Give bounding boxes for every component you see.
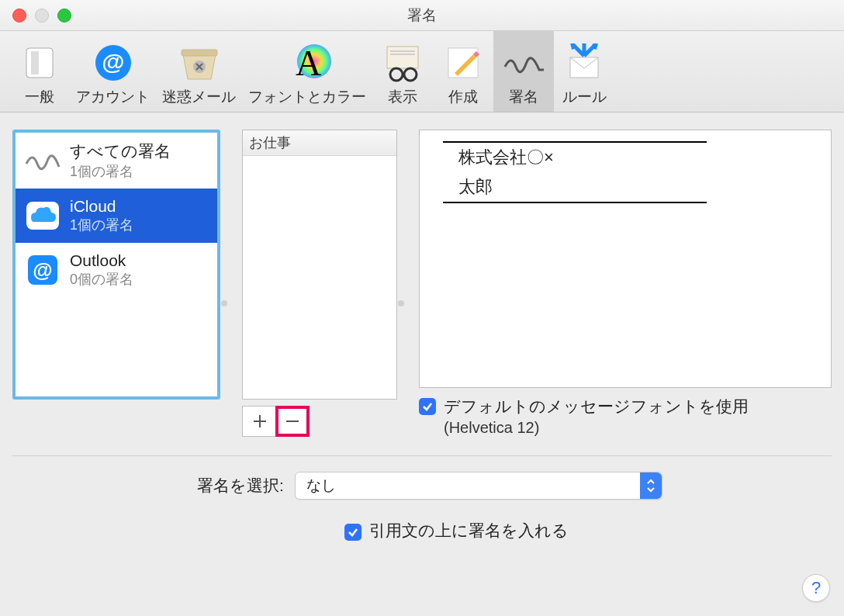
trash-icon [178,40,220,85]
cloud-icon [23,196,62,235]
at-icon: @ [94,40,133,85]
remove-signature-button[interactable] [275,406,310,437]
tab-rules[interactable]: ルール [554,31,614,112]
pencil-icon [444,40,483,85]
tab-label: 表示 [388,87,417,107]
account-icloud[interactable]: iCloud 1個の署名 [16,189,217,243]
accounts-sidebar: すべての署名 1個の署名 iCloud 1個の署名 @ Outlook [12,130,220,400]
divider [443,202,707,203]
tab-signatures[interactable]: 署名 [493,31,554,112]
at-square-icon: @ [23,251,62,289]
tab-composing[interactable]: 作成 [433,31,493,112]
tab-label: 作成 [448,87,478,107]
tab-general[interactable]: 一般 [9,31,70,112]
signature-list[interactable]: お仕事 [242,130,397,400]
plus-icon [252,414,268,429]
select-value: なし [306,476,336,496]
window-title: 署名 [0,5,844,26]
tab-label: 迷惑メール [162,87,236,107]
rules-icon [564,40,604,85]
account-subtitle: 1個の署名 [70,162,171,181]
choose-signature-select[interactable]: なし [295,472,662,500]
glasses-icon [382,40,423,85]
place-above-label: 引用文の上に署名を入れる [369,520,569,542]
tab-junk[interactable]: 迷惑メール [156,31,242,112]
signature-icon [23,141,62,180]
tab-label: ルール [562,87,607,107]
tab-fonts-colors[interactable]: A フォントとカラー [242,31,372,112]
signature-line: 太郎 [443,172,808,202]
account-title: iCloud [70,197,133,216]
account-subtitle: 1個の署名 [70,216,133,234]
minus-icon [285,414,300,429]
select-stepper-icon [640,472,662,499]
check-icon [347,526,359,538]
tab-viewing[interactable]: 表示 [372,31,433,112]
svg-rect-14 [448,48,478,78]
account-title: Outlook [70,251,133,270]
signature-item[interactable]: お仕事 [243,130,396,156]
svg-text:@: @ [33,258,52,282]
content-area: すべての署名 1個の署名 iCloud 1個の署名 @ Outlook [0,112,844,549]
svg-point-12 [404,68,417,81]
help-button[interactable]: ? [802,574,830,602]
place-above-checkbox[interactable] [344,524,361,541]
account-subtitle: 0個の署名 [70,270,133,289]
default-font-label: デフォルトのメッセージフォントを使用 [444,396,749,417]
tab-label: フォントとカラー [248,87,366,107]
svg-text:A: A [296,43,321,83]
tab-label: アカウント [76,87,150,107]
account-outlook[interactable]: @ Outlook 0個の署名 [16,243,217,297]
separator [12,455,832,456]
signature-line: 株式会社〇× [443,143,808,172]
pane-resize-handle[interactable] [223,285,228,316]
signature-editor[interactable]: 株式会社〇× 太郎 [419,130,832,388]
svg-rect-0 [26,48,53,78]
preferences-toolbar: 一般 @ アカウント 迷惑メール A フォントとカラー 表示 作成 [0,31,844,112]
help-icon: ? [811,578,821,598]
default-font-checkbox[interactable] [419,398,436,415]
tab-label: 一般 [25,87,54,107]
font-color-icon: A [280,40,334,85]
tab-accounts[interactable]: @ アカウント [70,31,156,112]
svg-rect-4 [182,50,217,56]
svg-rect-8 [387,47,418,68]
check-icon [421,400,434,413]
add-remove-bar [242,406,397,437]
svg-point-11 [390,68,403,81]
choose-signature-label: 署名を選択: [197,475,284,497]
titlebar: 署名 [0,0,844,31]
default-font-detail: (Helvetica 12) [444,419,749,437]
account-title: すべての署名 [70,140,171,162]
switch-icon [23,40,56,85]
pane-resize-handle[interactable] [400,285,405,316]
account-all-signatures[interactable]: すべての署名 1個の署名 [16,133,217,189]
signature-icon [500,40,547,85]
svg-text:@: @ [102,49,124,74]
tab-label: 署名 [509,87,538,107]
svg-rect-1 [31,51,39,74]
add-signature-button[interactable] [242,406,276,437]
